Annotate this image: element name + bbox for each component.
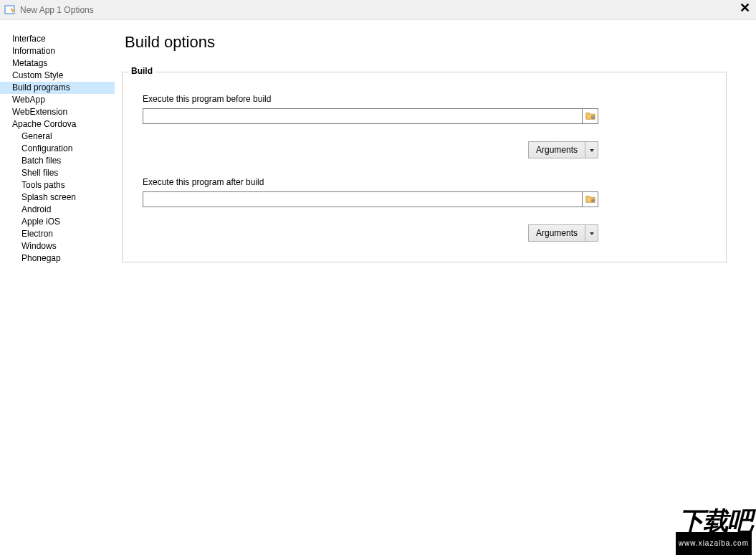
sidebar-item[interactable]: WebExtension [0,106,115,118]
before-build-input[interactable] [143,108,583,124]
sidebar-subitem[interactable]: Batch files [0,155,115,167]
titlebar: New App 1 Options ✕ [0,0,756,20]
sidebar-subitem[interactable]: Shell files [0,167,115,179]
sidebar-subitem[interactable]: Electron [0,228,115,240]
after-arguments-row: Arguments [143,224,598,242]
before-build-row [143,108,598,124]
group-legend: Build [128,66,155,76]
app-icon [4,4,16,16]
arguments-button-dropdown[interactable] [585,141,598,158]
after-arguments-button[interactable]: Arguments [528,224,598,242]
body-container: InterfaceInformationMetatagsCustom Style… [0,20,756,555]
after-build-label: Execute this program after build [143,177,706,187]
sidebar-item[interactable]: Metatags [0,57,115,70]
watermark-sub: www.xiazaiba.com [676,532,752,555]
folder-icon [585,110,595,123]
sidebar-item[interactable]: Interface [0,33,115,45]
sidebar-subitem[interactable]: Splash screen [0,191,115,204]
svg-point-4 [592,199,593,200]
close-button[interactable]: ✕ [736,1,753,19]
close-icon: ✕ [740,1,750,15]
before-build-label: Execute this program before build [143,94,706,104]
chevron-down-icon [589,145,595,156]
chevron-down-icon [589,228,595,239]
after-build-row [143,191,598,207]
sidebar-subitem[interactable]: General [0,131,115,143]
sidebar-item[interactable]: Information [0,45,115,57]
sidebar-subitem[interactable]: Phonegap [0,252,115,265]
arguments-button-dropdown[interactable] [585,224,598,242]
folder-icon [585,194,595,206]
sidebar-subitem[interactable]: Android [0,204,115,216]
page-title: Build options [125,33,742,52]
sidebar-subitem[interactable]: Apple iOS [0,216,115,228]
before-build-browse-button[interactable] [583,108,598,124]
sidebar-item[interactable]: Build programs [0,82,115,94]
sidebar: InterfaceInformationMetatagsCustom Style… [0,20,115,555]
after-build-input[interactable] [143,191,583,207]
sidebar-subitem[interactable]: Configuration [0,143,115,155]
arguments-button-main[interactable]: Arguments [528,224,585,242]
sidebar-subitem[interactable]: Windows [0,240,115,252]
sidebar-item[interactable]: Custom Style [0,70,115,82]
before-arguments-button[interactable]: Arguments [528,141,598,158]
main-panel: Build options Build Execute this program… [115,20,756,555]
build-group: Build Execute this program before build [122,72,727,262]
arguments-button-main[interactable]: Arguments [528,141,585,158]
before-arguments-row: Arguments [143,141,598,158]
svg-point-2 [592,116,593,117]
watermark-text: 下载吧 [679,506,752,536]
watermark: 下载吧 www.xiazaiba.com [671,509,756,555]
after-build-browse-button[interactable] [583,191,598,207]
sidebar-item[interactable]: WebApp [0,94,115,106]
window-title: New App 1 Options [20,5,94,15]
sidebar-subitem[interactable]: Tools paths [0,179,115,191]
sidebar-item[interactable]: Apache Cordova [0,118,115,131]
